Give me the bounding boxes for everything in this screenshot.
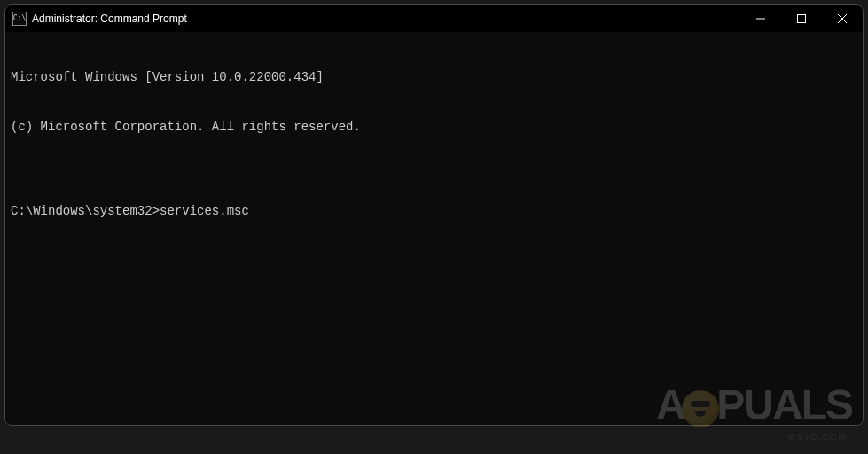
svg-rect-1	[798, 15, 806, 23]
typed-command: services.msc	[160, 203, 249, 220]
close-icon	[838, 14, 847, 23]
cmd-icon: C:\	[12, 12, 27, 26]
copyright-line: (c) Microsoft Corporation. All rights re…	[11, 119, 857, 136]
minimize-button[interactable]	[740, 5, 781, 32]
prompt-path: C:\Windows\system32>	[11, 203, 160, 220]
watermark-subtext: WSYD.COM	[788, 433, 848, 442]
command-prompt-window: C:\ Administrator: Command Prompt Micros…	[4, 4, 864, 426]
window-title: Administrator: Command Prompt	[32, 12, 740, 25]
close-button[interactable]	[822, 5, 863, 32]
version-line: Microsoft Windows [Version 10.0.22000.43…	[11, 69, 857, 86]
titlebar[interactable]: C:\ Administrator: Command Prompt	[5, 5, 863, 32]
maximize-icon	[797, 14, 806, 23]
minimize-icon	[756, 14, 765, 23]
maximize-button[interactable]	[781, 5, 822, 32]
terminal-output[interactable]: Microsoft Windows [Version 10.0.22000.43…	[5, 32, 863, 425]
window-controls	[740, 5, 863, 32]
prompt-line: C:\Windows\system32>services.msc	[11, 203, 857, 220]
